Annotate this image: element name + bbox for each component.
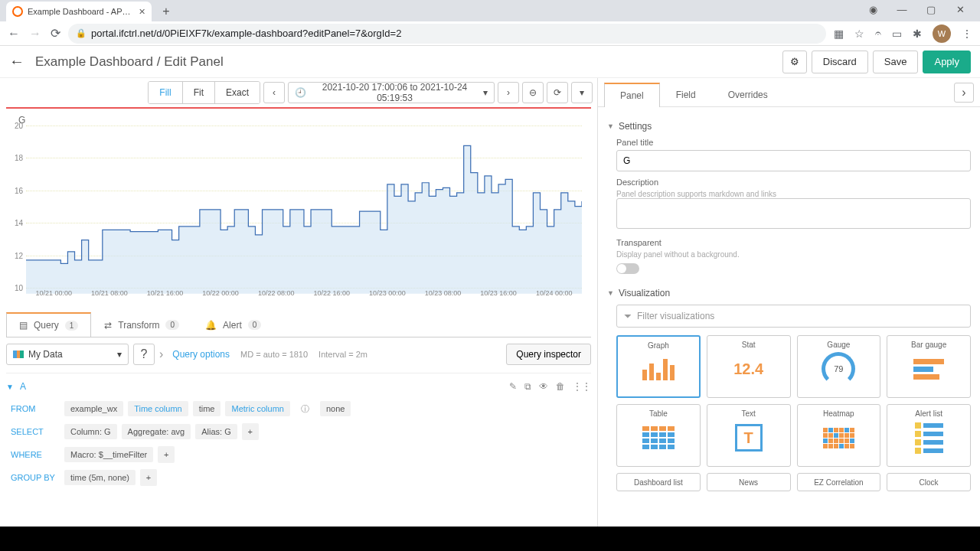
transparent-hint: Display panel without a background. — [616, 250, 971, 259]
viz-bargauge[interactable]: Bar gauge — [887, 335, 971, 398]
query-collapse-icon[interactable]: ▼ — [6, 383, 14, 391]
from-table-chip[interactable]: example_wx — [64, 401, 123, 416]
chart-panel: G 101214161820 10/21 00:0010/21 08:0010/… — [6, 107, 591, 305]
add-select-button[interactable]: + — [242, 423, 259, 440]
select-alias-chip[interactable]: Alias: G — [195, 424, 237, 439]
field-tab[interactable]: Field — [660, 82, 712, 106]
browser-tab[interactable]: Example Dashboard - APRICOT P ✕ — [6, 2, 152, 21]
viz-heatmap[interactable]: Heatmap — [797, 404, 881, 467]
description-hint: Panel description supports markdown and … — [616, 190, 971, 198]
refresh-button[interactable]: ⟳ — [547, 82, 568, 103]
time-shift-back-button[interactable]: ‹ — [263, 82, 285, 103]
viz-stat[interactable]: Stat 12.4 — [707, 335, 791, 398]
overrides-tab[interactable]: Overrides — [712, 82, 784, 106]
viz-graph[interactable]: Graph — [616, 335, 701, 398]
url-bar[interactable]: 🔒 portal.ifctrl.net/d/0PiEIXF7k/example-… — [68, 24, 826, 44]
collapse-sidebar-button[interactable]: › — [954, 83, 974, 103]
where-macro-chip[interactable]: Macro: $__timeFilter — [64, 447, 153, 462]
viz-dashboardlist[interactable]: Dashboard list — [616, 473, 701, 491]
new-tab-button[interactable]: + — [158, 3, 175, 20]
transform-tab[interactable]: ⇄ Transform 0 — [91, 312, 192, 337]
datasource-select[interactable]: My Data ▾ — [6, 344, 129, 365]
breadcrumb: Example Dashboard / Edit Panel — [35, 54, 778, 70]
nav-back-icon[interactable]: ← — [8, 27, 20, 41]
extensions-icon[interactable]: ✱ — [913, 28, 922, 40]
viz-table[interactable]: Table — [616, 404, 701, 467]
datasource-help-button[interactable]: ? — [133, 344, 155, 365]
fill-button[interactable]: Fill — [149, 82, 182, 103]
description-input[interactable] — [616, 198, 971, 229]
profile-avatar[interactable]: W — [933, 24, 951, 43]
chevron-down-icon: ▾ — [117, 349, 122, 360]
groupby-chip[interactable]: time (5m, none) — [64, 470, 136, 485]
metric-column-value[interactable]: none — [320, 401, 351, 416]
reload-icon[interactable]: ⟳ — [51, 26, 60, 41]
save-button[interactable]: Save — [873, 51, 919, 73]
time-shift-forward-button[interactable]: › — [498, 82, 519, 103]
transparent-toggle[interactable] — [616, 263, 639, 274]
close-tab-icon[interactable]: ✕ — [139, 7, 145, 17]
duplicate-icon[interactable]: ⧉ — [524, 381, 531, 392]
select-aggregate-chip[interactable]: Aggregate: avg — [122, 424, 191, 439]
back-arrow-icon[interactable]: ← — [9, 53, 24, 70]
incognito-icon: ◉ — [862, 4, 884, 15]
viz-alertlist[interactable]: Alert list — [887, 404, 971, 467]
viz-gauge[interactable]: Gauge 79 — [797, 335, 881, 398]
query-letter: A — [20, 381, 26, 392]
trash-icon[interactable]: 🗑 — [556, 381, 565, 392]
filter-icon: ⏷ — [623, 311, 632, 321]
lock-icon: 🔒 — [76, 28, 87, 38]
zoom-out-button[interactable]: ⊖ — [522, 82, 544, 103]
transparent-label: Transparent — [616, 238, 971, 247]
alert-tab[interactable]: 🔔 Alert 0 — [192, 312, 274, 337]
tab-favicon — [12, 6, 23, 17]
refresh-interval-button[interactable]: ▾ — [571, 82, 593, 103]
query-md: MD = auto = 1810 — [240, 350, 308, 359]
cast-icon[interactable]: ▭ — [892, 28, 902, 40]
time-column-value[interactable]: time — [193, 401, 221, 416]
viz-clock[interactable]: Clock — [887, 473, 971, 491]
nav-forward-icon[interactable]: → — [29, 27, 41, 41]
close-window-icon[interactable]: ✕ — [949, 4, 971, 15]
select-column-chip[interactable]: Column: G — [64, 424, 117, 439]
panel-title-label: Panel title — [616, 138, 971, 147]
edit-icon[interactable]: ✎ — [509, 381, 517, 392]
transform-icon: ⇄ — [104, 320, 112, 331]
query-interval: Interval = 2m — [318, 350, 368, 359]
panel-settings-button[interactable]: ⚙ — [782, 51, 807, 73]
viz-news[interactable]: News — [707, 473, 791, 491]
bell-icon: 🔔 — [205, 320, 217, 331]
translate-icon[interactable]: 𝄐 — [875, 27, 881, 40]
panel-tab[interactable]: Panel — [604, 83, 660, 107]
panel-title-input[interactable] — [616, 150, 971, 171]
kebab-menu-icon[interactable]: ⋮ — [962, 28, 972, 40]
apply-button[interactable]: Apply — [923, 51, 971, 73]
metric-column-label[interactable]: Metric column — [225, 401, 289, 416]
settings-section-header[interactable]: ▼Settings — [607, 121, 971, 132]
drag-handle-icon[interactable]: ⋮⋮ — [573, 381, 591, 392]
query-options-link[interactable]: Query options — [172, 349, 230, 360]
url-text: portal.ifctrl.net/d/0PiEIXF7k/example-da… — [91, 28, 401, 39]
query-inspector-button[interactable]: Query inspector — [506, 344, 591, 365]
metric-help-icon[interactable]: ⓘ — [295, 400, 315, 418]
minimize-icon[interactable]: — — [891, 4, 913, 15]
datasource-icon — [13, 350, 24, 358]
qr-icon[interactable]: ▦ — [834, 28, 844, 40]
fit-button[interactable]: Fit — [183, 82, 215, 103]
maximize-icon[interactable]: ▢ — [920, 4, 942, 15]
eye-icon[interactable]: 👁 — [539, 381, 548, 392]
add-where-button[interactable]: + — [158, 446, 175, 463]
database-icon: ▤ — [19, 320, 28, 331]
viz-text[interactable]: Text T — [707, 404, 791, 467]
time-range-picker[interactable]: 🕘 2021-10-20 17:00:06 to 2021-10-24 05:1… — [288, 82, 495, 103]
star-icon[interactable]: ☆ — [854, 28, 864, 40]
discard-button[interactable]: Discard — [812, 51, 868, 73]
visualization-section-header[interactable]: ▼Visualization — [607, 288, 971, 298]
add-groupby-button[interactable]: + — [140, 469, 157, 486]
filter-visualizations-input[interactable]: ⏷ Filter visualizations — [616, 305, 971, 328]
exact-button[interactable]: Exact — [215, 82, 260, 103]
description-label: Description — [616, 178, 971, 187]
viz-ezcorrelation[interactable]: EZ Correlation — [797, 473, 881, 491]
time-column-label[interactable]: Time column — [128, 401, 188, 416]
query-tab[interactable]: ▤ Query 1 — [6, 312, 91, 337]
